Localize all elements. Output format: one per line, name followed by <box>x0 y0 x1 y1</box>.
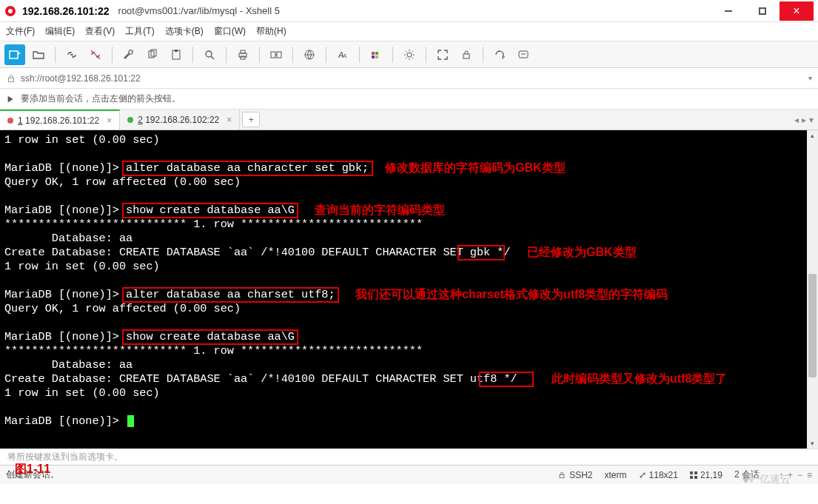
svg-rect-26 <box>694 471 697 474</box>
menu-tools[interactable]: 工具(T) <box>125 25 154 38</box>
status-left: 创建新会话。 <box>6 468 546 481</box>
app-logo-icon <box>4 5 16 17</box>
link-icon <box>66 49 78 61</box>
unlink-icon <box>90 49 101 61</box>
scroll-track[interactable] <box>807 141 818 438</box>
svg-point-1 <box>8 9 13 13</box>
transfer-icon <box>270 49 282 61</box>
tab-close-button[interactable]: × <box>227 115 232 125</box>
annotation-3: 已经修改为GBK类型 <box>527 245 637 261</box>
menu-help[interactable]: 帮助(H) <box>256 25 286 38</box>
refresh-icon <box>494 49 506 61</box>
terminal-scrollbar[interactable]: ▴ ▾ <box>807 130 818 448</box>
lock-button[interactable] <box>456 44 477 65</box>
svg-rect-16 <box>372 52 375 55</box>
annotation-1: 修改数据库的字符编码为GBK类型 <box>385 161 566 176</box>
properties-button[interactable] <box>118 44 139 65</box>
copy-button[interactable] <box>142 44 163 65</box>
svg-rect-18 <box>372 56 375 58</box>
terminal-wrapper: 1 row in set (0.00 sec) MariaDB [(none)]… <box>0 130 818 448</box>
toolbar: AA <box>0 41 818 68</box>
encoding-button[interactable] <box>299 44 320 65</box>
chevron-down-icon[interactable]: ▾ <box>808 74 812 82</box>
tab-nav: ◂ ▸ ▾ <box>790 110 818 130</box>
scroll-thumb[interactable] <box>808 274 817 377</box>
status-sessions: 2 会话 <box>734 468 760 481</box>
tab-prev-button[interactable]: ◂ <box>794 115 799 125</box>
menu-edit[interactable]: 编辑(E) <box>45 25 75 38</box>
annotation-5: 此时编码类型又修改为utf8类型了 <box>552 372 727 387</box>
refresh-button[interactable] <box>489 44 510 65</box>
printer-icon <box>237 49 249 61</box>
gear-icon <box>403 49 415 61</box>
tab-2-label: 192.168.26.102:22 <box>145 115 219 125</box>
wrench-icon <box>123 49 135 61</box>
svg-rect-17 <box>375 52 378 55</box>
maximize-button[interactable] <box>745 1 780 21</box>
lock-icon <box>6 73 16 84</box>
tab-1-label: 192.168.26.101:22 <box>25 115 99 126</box>
titlebar: 192.168.26.101:22 root@vms001:/var/lib/m… <box>0 0 818 22</box>
tab-menu-button[interactable]: ▾ <box>809 115 814 125</box>
paste-button[interactable] <box>166 44 187 65</box>
color-scheme-button[interactable] <box>366 44 386 65</box>
minimize-button[interactable] <box>711 1 745 21</box>
copy-icon <box>147 49 158 61</box>
title-full: root@vms001:/var/lib/mysql - Xshell 5 <box>118 5 280 16</box>
add-session-arrow-icon[interactable] <box>6 94 16 104</box>
folder-open-icon <box>33 49 44 61</box>
menubar: 文件(F) 编辑(E) 查看(V) 工具(T) 选项卡(B) 窗口(W) 帮助(… <box>0 22 818 41</box>
new-tab-button[interactable]: + <box>242 112 260 127</box>
svg-rect-25 <box>690 471 693 474</box>
minimize-icon <box>725 10 732 12</box>
tab-next-button[interactable]: ▸ <box>802 115 806 125</box>
find-button[interactable] <box>199 44 220 65</box>
paste-icon <box>170 49 182 61</box>
menu-view[interactable]: 查看(V) <box>85 25 115 38</box>
tab-close-button[interactable]: × <box>107 115 112 126</box>
svg-rect-6 <box>175 50 178 52</box>
svg-rect-21 <box>463 54 469 58</box>
search-icon <box>204 49 215 61</box>
bottom-tip: 将所按键发送到当前选项卡。 <box>0 448 818 465</box>
open-button[interactable] <box>28 44 49 65</box>
svg-rect-19 <box>375 56 378 58</box>
status-size: ⤢ 118x21 <box>639 470 678 480</box>
transfer-button[interactable] <box>266 44 286 65</box>
address-text: ssh://root@192.168.26.101:22 <box>21 73 141 84</box>
arrow-up-icon: ↑ <box>779 470 783 480</box>
svg-rect-11 <box>271 52 275 58</box>
plus-icon: + <box>788 470 793 480</box>
svg-rect-24 <box>560 474 564 478</box>
font-button[interactable]: AA <box>332 44 353 65</box>
svg-rect-23 <box>9 78 14 81</box>
print-button[interactable] <box>232 44 253 65</box>
address-bar[interactable]: ssh://root@192.168.26.101:22 ▾ <box>0 68 818 89</box>
compose-button[interactable] <box>513 44 534 65</box>
scroll-up-button[interactable]: ▴ <box>807 130 818 141</box>
title-host: 192.168.26.101:22 <box>22 5 110 17</box>
terminal-cursor <box>127 415 134 427</box>
svg-point-7 <box>206 51 212 57</box>
tab-2[interactable]: 2 192.168.26.102:22 × <box>120 110 240 130</box>
status-ssh: SSH2 <box>557 470 592 480</box>
tab-1[interactable]: 1 192.168.26.101:22 × <box>0 110 120 130</box>
disconnect-button[interactable] <box>85 44 106 65</box>
minus-icon: − <box>797 470 802 480</box>
status-cursor: 21,19 <box>690 470 723 480</box>
menu-tabs[interactable]: 选项卡(B) <box>165 25 204 38</box>
svg-point-20 <box>407 53 412 57</box>
lock-icon <box>460 49 472 61</box>
reconnect-button[interactable] <box>61 44 82 65</box>
menu-window[interactable]: 窗口(W) <box>214 25 246 38</box>
menu-file[interactable]: 文件(F) <box>6 25 35 38</box>
new-session-button[interactable] <box>4 44 25 65</box>
script-button[interactable] <box>399 44 420 65</box>
fullscreen-icon <box>437 49 449 61</box>
close-button[interactable]: × <box>780 1 814 21</box>
font-icon: AA <box>337 49 349 61</box>
globe-icon <box>304 49 315 61</box>
svg-rect-28 <box>694 476 697 479</box>
scroll-down-button[interactable]: ▾ <box>807 438 818 448</box>
fullscreen-button[interactable] <box>432 44 453 65</box>
